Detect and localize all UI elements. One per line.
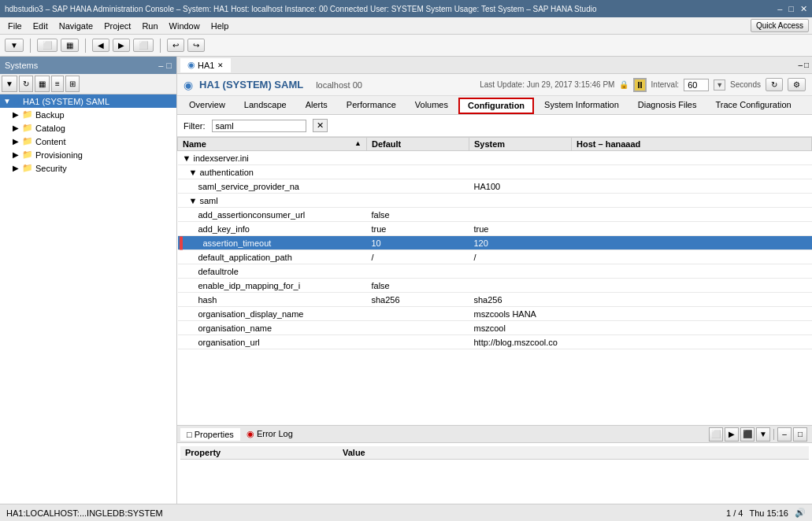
sidebar-btn-link[interactable]: ⊞ xyxy=(65,76,80,92)
menu-edit[interactable]: Edit xyxy=(28,20,53,32)
sidebar-maximize[interactable]: □ xyxy=(166,61,172,70)
menu-help[interactable]: Help xyxy=(206,20,234,32)
cell-name: organisation_name xyxy=(178,321,367,335)
quick-access-button[interactable]: Quick Access xyxy=(751,19,809,32)
bottom-tab-properties[interactable]: □ Properties xyxy=(180,428,240,441)
sidebar-btn-dropdown[interactable]: ▼ xyxy=(2,76,17,92)
cell-host xyxy=(572,307,812,321)
tab-performance[interactable]: Performance xyxy=(338,98,405,114)
cell-name: add_assertionconsumer_url xyxy=(178,208,367,222)
status-time: Thu 15:16 xyxy=(749,508,788,518)
config-table-body: ▼ indexserver.ini ▼ authentication xyxy=(178,151,812,349)
table-row[interactable]: ▼ authentication xyxy=(178,165,812,179)
sidebar-item-ha1[interactable]: ▼ ◉ HA1 (SYSTEM) SAML xyxy=(0,94,176,108)
interval-input[interactable] xyxy=(684,79,709,91)
tab-alerts[interactable]: Alerts xyxy=(297,98,336,114)
maximize-btn[interactable]: □ xyxy=(788,4,794,14)
folder-icon-content: 📁 xyxy=(22,136,33,146)
filter-input[interactable] xyxy=(212,120,306,132)
menu-file[interactable]: File xyxy=(3,20,27,32)
menu-run[interactable]: Run xyxy=(137,20,162,32)
toolbar-btn-5[interactable]: ⬜ xyxy=(133,39,154,52)
refresh-btn[interactable]: ↻ xyxy=(766,78,783,91)
bottom-btn-3[interactable]: ⬛ xyxy=(740,427,755,442)
main-layout: Systems – □ ▼ ↻ ▦ ≡ ⊞ ▼ ◉ HA1 (SYSTEM) S… xyxy=(0,57,812,504)
tab-ha1-close[interactable]: ✕ xyxy=(217,61,224,69)
toolbar-dropdown[interactable]: ▼ xyxy=(5,39,24,52)
toolbar-btn-7[interactable]: ↪ xyxy=(187,39,205,52)
toolbar-btn-6[interactable]: ↩ xyxy=(167,39,184,52)
select-arrow-icon[interactable]: ▼ xyxy=(714,79,725,91)
cell-default xyxy=(367,151,469,165)
table-row[interactable]: organisation_display_name mszcools HANA xyxy=(178,307,812,321)
table-row[interactable]: enable_idp_mapping_for_i false xyxy=(178,279,812,293)
table-row[interactable]: organisation_name mszcool xyxy=(178,321,812,335)
config-table: Name ▲ Default System Host – hanaaad ▼ i… xyxy=(177,137,812,349)
table-row[interactable]: ▼ indexserver.ini xyxy=(178,151,812,165)
bottom-btn-dropdown[interactable]: ▼ xyxy=(756,427,770,442)
tab-ha1-icon: ◉ xyxy=(187,60,195,70)
sidebar-item-security[interactable]: ▶ 📁 Security xyxy=(0,161,176,175)
table-row[interactable]: add_key_info true true xyxy=(178,222,812,236)
menu-project[interactable]: Project xyxy=(99,20,135,32)
tab-overview[interactable]: Overview xyxy=(180,98,234,114)
settings-btn[interactable]: ⚙ xyxy=(788,78,806,91)
tab-configuration[interactable]: Configuration xyxy=(458,98,534,114)
table-header-row: Name ▲ Default System Host – hanaaad xyxy=(178,138,812,151)
table-row[interactable]: add_assertionconsumer_url false xyxy=(178,208,812,222)
sidebar-item-backup[interactable]: ▶ 📁 Backup xyxy=(0,108,176,121)
tab-diagnosis-files[interactable]: Diagnosis Files xyxy=(629,98,706,114)
table-row-selected[interactable]: assertion_timeout 10 120 xyxy=(178,236,812,250)
interval-toggle-btn[interactable]: II xyxy=(633,78,646,92)
bottom-btn-1[interactable]: ⬜ xyxy=(709,427,723,442)
tab-min-icon[interactable]: – xyxy=(798,61,803,69)
table-row[interactable]: organisation_url http://blog.mszcool.co xyxy=(178,335,812,349)
sidebar-item-content[interactable]: ▶ 📁 Content xyxy=(0,135,176,148)
bottom-sep xyxy=(773,429,774,440)
minimize-btn[interactable]: – xyxy=(777,4,782,14)
toolbar-btn-3[interactable]: ◀ xyxy=(92,39,109,52)
cell-name: organisation_display_name xyxy=(178,307,367,321)
table-row[interactable]: defaultrole xyxy=(178,264,812,279)
sidebar-item-provisioning[interactable]: ▶ 📁 Provisioning xyxy=(0,148,176,161)
bottom-min-btn[interactable]: – xyxy=(777,427,792,442)
sidebar-system-label: HA1 (SYSTEM) SAML xyxy=(23,97,109,106)
cell-name: enable_idp_mapping_for_i xyxy=(178,279,367,293)
menu-navigate[interactable]: Navigate xyxy=(54,20,98,32)
sidebar-btn-refresh[interactable]: ↻ xyxy=(19,76,33,92)
bottom-tab-errorlog[interactable]: ◉ Error Log xyxy=(240,427,299,441)
tab-system-information[interactable]: System Information xyxy=(536,98,628,114)
cell-name-selected: assertion_timeout xyxy=(178,236,367,250)
tab-max-icon[interactable]: □ xyxy=(804,61,809,69)
tab-volumes[interactable]: Volumes xyxy=(406,98,457,114)
cell-host xyxy=(572,264,812,279)
cell-default xyxy=(367,307,469,321)
sidebar-btn-filter[interactable]: ▦ xyxy=(35,76,50,92)
table-row[interactable]: default_application_path / / xyxy=(178,250,812,264)
table-row[interactable]: saml_service_provider_na HA100 xyxy=(178,179,812,194)
sidebar-item-catalog[interactable]: ▶ 📁 Catalog xyxy=(0,121,176,135)
close-btn[interactable]: ✕ xyxy=(800,4,807,14)
last-update-label: Last Update: Jun 29, 2017 3:15:46 PM xyxy=(480,80,614,89)
toolbar-btn-4[interactable]: ▶ xyxy=(113,39,130,52)
bottom-max-btn[interactable]: □ xyxy=(793,427,807,442)
bottom-btn-2[interactable]: ▶ xyxy=(725,427,739,442)
tab-landscape[interactable]: Landscape xyxy=(235,98,295,114)
tab-ha1[interactable]: ◉ HA1 ✕ xyxy=(180,58,231,72)
host-label: localhost 00 xyxy=(316,80,362,90)
toolbar-btn-1[interactable]: ⬜ xyxy=(37,39,57,52)
table-row[interactable]: hash sha256 sha256 xyxy=(178,293,812,307)
tab-trace-configuration[interactable]: Trace Configuration xyxy=(706,98,799,114)
sidebar-tree: ▼ ◉ HA1 (SYSTEM) SAML ▶ 📁 Backup ▶ 📁 Cat… xyxy=(0,94,176,504)
status-left: HA1:LOCALHOST:...INGLEDB:SYSTEM xyxy=(6,508,163,518)
sidebar-btn-layout[interactable]: ≡ xyxy=(51,76,64,92)
cell-host xyxy=(572,222,812,236)
sidebar-minimize[interactable]: – xyxy=(158,61,163,70)
tree-arrow-ha1: ▼ xyxy=(3,97,13,105)
menu-window[interactable]: Window xyxy=(165,20,205,32)
filter-clear-button[interactable]: ✕ xyxy=(313,119,328,132)
cell-host xyxy=(572,194,812,208)
toolbar-btn-2[interactable]: ▦ xyxy=(61,39,79,52)
table-row[interactable]: ▼ saml xyxy=(178,194,812,208)
cell-default xyxy=(367,264,469,279)
